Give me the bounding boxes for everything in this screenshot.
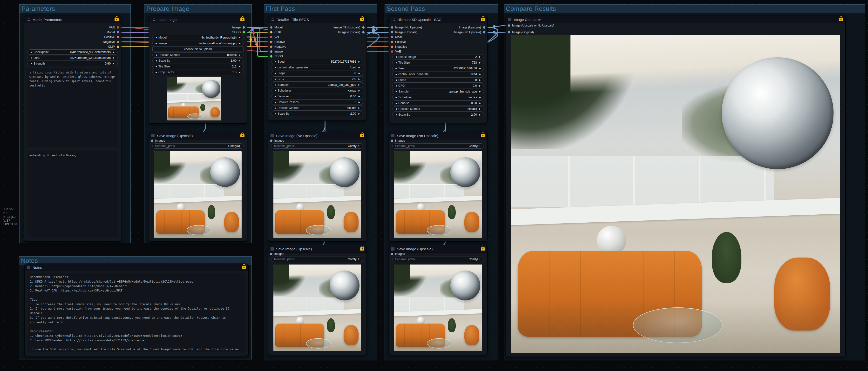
input-port-images[interactable]: images (270, 251, 284, 256)
positive-prompt-textarea[interactable]: a living room filled with furniture and … (28, 68, 118, 147)
widget-tile-size[interactable]: ◀Tile Size512▶ (152, 64, 244, 69)
input-port-vae[interactable]: VAE (391, 49, 401, 54)
node-model-parameters[interactable]: Model Parameters VAE Model Positive Nega… (24, 16, 121, 241)
output-port-segs[interactable]: SEGS (232, 30, 245, 35)
lock-icon[interactable] (481, 18, 485, 21)
increment-icon[interactable]: ▶ (478, 79, 482, 81)
decrement-icon[interactable]: ◀ (274, 66, 277, 69)
widget-checkpoint[interactable]: ◀Checkpointcyberrealistic_v33.safetensor… (28, 49, 118, 55)
output-port-positive[interactable]: Positive (104, 35, 119, 39)
widget-upscale-method[interactable]: ◀Upscale Methodbicubic▶ (272, 105, 363, 110)
decrement-icon[interactable]: ◀ (30, 57, 33, 59)
widget-model[interactable]: ◀Model4x_foolhardy_Remacri.pth▶ (152, 35, 244, 40)
widget-seed[interactable]: ◀Seed522790177337686▶ (272, 59, 363, 64)
widget-sampler[interactable]: ◀Samplerdpmpp_2m_sde_gpu▶ (392, 89, 484, 94)
lock-icon[interactable] (115, 18, 119, 21)
widget-upscale-method[interactable]: ◀Upscale Methodbicubic▶ (392, 106, 484, 111)
decrement-icon[interactable]: ◀ (395, 85, 398, 87)
output-port-negative[interactable]: Negative (103, 39, 119, 44)
widget-cfg[interactable]: ◀CFG2.0▶ (272, 76, 363, 82)
increment-icon[interactable]: ▶ (358, 66, 361, 69)
widget-filename-prefix[interactable]: filename_prefixComfyUI (392, 257, 484, 262)
node-titlebar[interactable]: Notes (25, 264, 248, 271)
widget-crop-factor[interactable]: ◀Crop Factor1.5▶ (152, 70, 244, 75)
input-port-positive[interactable]: Positive (270, 39, 285, 44)
increment-icon[interactable]: ▶ (358, 61, 361, 63)
decrement-icon[interactable]: ◀ (30, 51, 33, 53)
input-port-image-original[interactable]: Image (Original) (508, 30, 534, 35)
input-port-images[interactable]: images (391, 251, 405, 256)
decrement-icon[interactable]: ◀ (395, 113, 398, 116)
decrement-icon[interactable]: ◀ (155, 42, 158, 44)
increment-icon[interactable]: ▶ (358, 101, 361, 103)
increment-icon[interactable]: ▶ (112, 57, 116, 59)
decrement-icon[interactable]: ◀ (395, 56, 398, 58)
widget-tile-size[interactable]: ◀Tile Size768▶ (392, 60, 484, 65)
increment-icon[interactable]: ▶ (478, 108, 482, 110)
node-detailer-tile-segs[interactable]: Detailer - Tile SEGS Model CLIP VAE Posi… (268, 16, 367, 121)
output-port-model[interactable]: Model (106, 30, 119, 35)
widget-control-after-generate[interactable]: ◀control_after_generatefixed▶ (392, 72, 484, 77)
widget-scale-by[interactable]: ◀Scale By2.00▶ (272, 111, 363, 116)
increment-icon[interactable]: ▶ (478, 73, 482, 75)
decrement-icon[interactable]: ◀ (155, 36, 158, 39)
decrement-icon[interactable]: ◀ (274, 112, 277, 115)
lock-icon[interactable] (240, 134, 245, 137)
decrement-icon[interactable]: ◀ (395, 96, 398, 99)
output-port-image-no-upscale[interactable]: Image (No Upscale) (334, 25, 365, 30)
decrement-icon[interactable]: ◀ (395, 73, 398, 75)
output-port-image-no-upscale[interactable]: Image (No Upscale) (454, 30, 485, 35)
decrement-icon[interactable]: ◀ (274, 72, 277, 74)
comparer-image[interactable] (511, 35, 840, 353)
widget-select-image[interactable]: ◀Select Image2▶ (392, 54, 484, 60)
input-port-clip[interactable]: CLIP (270, 30, 281, 35)
input-port-model[interactable]: Model (270, 25, 283, 30)
widget-filename-prefix[interactable]: filename_prefixComfyUI (392, 143, 484, 149)
node-graph-canvas[interactable]: Parameters Prepare Image First Pass Seco… (0, 0, 868, 371)
increment-icon[interactable]: ▶ (112, 51, 116, 53)
increment-icon[interactable]: ▶ (478, 102, 482, 104)
decrement-icon[interactable]: ◀ (395, 67, 398, 70)
decrement-icon[interactable]: ◀ (395, 108, 398, 110)
decrement-icon[interactable]: ◀ (155, 65, 158, 68)
input-port-image-upscale[interactable]: Image (Upscale) (391, 30, 417, 35)
increment-icon[interactable]: ▶ (238, 54, 241, 56)
widget-filename-prefix[interactable]: filename_prefixComfyUI (272, 257, 363, 262)
increment-icon[interactable]: ▶ (478, 96, 482, 99)
increment-icon[interactable]: ▶ (112, 62, 116, 65)
widget-scale-by[interactable]: ◀Scale By1.00▶ (152, 58, 244, 63)
decrement-icon[interactable]: ◀ (274, 89, 277, 92)
decrement-icon[interactable]: ◀ (274, 101, 277, 103)
node-save-image-upscale-prepare[interactable]: Save Image (Upscale) images filename_pre… (149, 132, 247, 241)
increment-icon[interactable]: ▶ (478, 61, 482, 64)
lock-icon[interactable] (240, 18, 245, 21)
lock-icon[interactable] (839, 18, 843, 21)
widget-filename-prefix[interactable]: filename_prefixComfyUI (152, 143, 244, 149)
increment-icon[interactable]: ▶ (478, 85, 482, 87)
widget-upscale-method[interactable]: ◀Upscale Methodbicubic▶ (152, 52, 244, 58)
increment-icon[interactable]: ▶ (238, 42, 241, 44)
negative-prompt-textarea[interactable]: embedding:UnrealisticDream, (28, 151, 118, 237)
widget-cfg[interactable]: ◀CFG2.0▶ (392, 83, 484, 89)
node-titlebar[interactable]: Image Comparer (506, 16, 845, 23)
output-port-vae[interactable]: VAE (109, 25, 119, 30)
decrement-icon[interactable]: ◀ (155, 60, 158, 62)
widget-steps[interactable]: ◀Steps8▶ (392, 77, 484, 82)
decrement-icon[interactable]: ◀ (30, 62, 33, 65)
decrement-icon[interactable]: ◀ (155, 54, 158, 56)
input-port-image-no-upscale[interactable]: Image (No Upscale) (391, 25, 422, 30)
increment-icon[interactable]: ▶ (238, 71, 241, 73)
input-port-images[interactable]: images (151, 138, 165, 143)
decrement-icon[interactable]: ◀ (274, 107, 277, 109)
increment-icon[interactable]: ▶ (478, 113, 482, 116)
node-notes[interactable]: Notes Recommended upscalers: 1. NMKD Art… (25, 264, 248, 356)
decrement-icon[interactable]: ◀ (395, 61, 398, 64)
widget-control-after-generate[interactable]: ◀control_after_generatefixed▶ (272, 65, 363, 70)
input-port-images[interactable]: images (270, 138, 284, 143)
notes-textarea[interactable]: Recommended upscalers: 1. NMKD Artisofje… (28, 273, 245, 352)
widget-scale-by[interactable]: ◀Scale By2.00▶ (392, 112, 484, 117)
decrement-icon[interactable]: ◀ (274, 95, 277, 98)
node-titlebar[interactable]: Load Image (149, 16, 247, 23)
node-image-comparer[interactable]: Image Comparer Image (Upscale or No Upsc… (506, 16, 845, 357)
increment-icon[interactable]: ▶ (358, 95, 361, 98)
